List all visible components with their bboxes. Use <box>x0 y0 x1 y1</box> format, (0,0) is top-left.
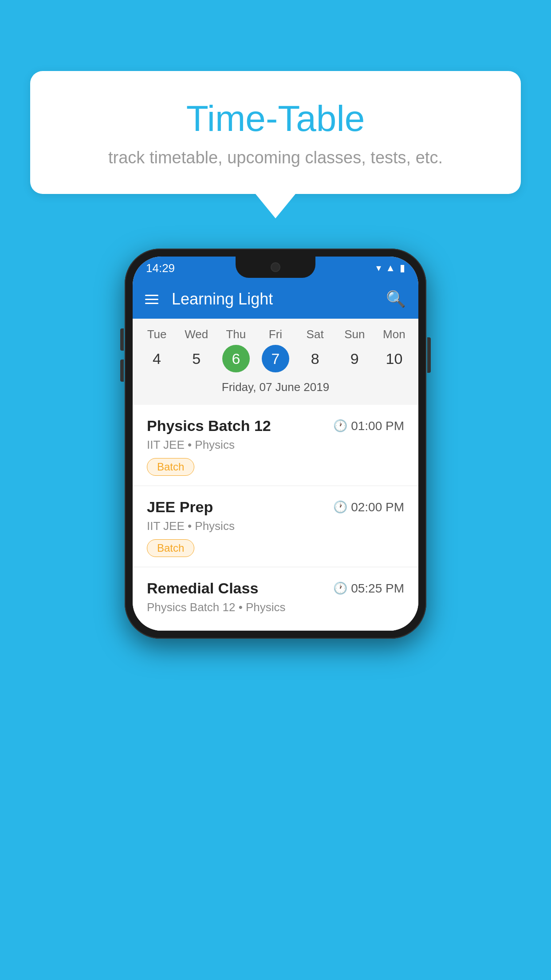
phone-screen: 14:29 ▾ ▲ ▮ Learning Light 🔍 <box>133 257 418 631</box>
menu-line-2 <box>145 299 158 300</box>
day-name: Sun <box>344 328 365 341</box>
schedule-subtitle: Physics Batch 12 • Physics <box>147 601 404 614</box>
schedule-time: 🕐05:25 PM <box>333 581 404 596</box>
schedule-item[interactable]: Physics Batch 12🕐01:00 PMIIT JEE • Physi… <box>133 405 418 486</box>
bubble-title: Time-Table <box>66 98 485 139</box>
bubble-pointer <box>256 194 295 218</box>
app-bar: Learning Light 🔍 <box>133 280 418 319</box>
schedule-title: Physics Batch 12 <box>147 417 271 435</box>
time-label: 05:25 PM <box>351 581 404 596</box>
calendar-day-wed[interactable]: Wed5 <box>179 328 214 372</box>
volume-up-button <box>120 328 124 351</box>
schedule-item-header: Remedial Class🕐05:25 PM <box>147 580 404 597</box>
bubble-subtitle: track timetable, upcoming classes, tests… <box>66 148 485 167</box>
time-label: 02:00 PM <box>351 500 404 514</box>
menu-line-1 <box>145 295 158 296</box>
schedule-time: 🕐02:00 PM <box>333 500 404 514</box>
day-number: 6 <box>222 345 250 372</box>
phone-notch <box>236 257 315 278</box>
signal-icon: ▲ <box>386 262 395 274</box>
phone-mockup: 14:29 ▾ ▲ ▮ Learning Light 🔍 <box>125 249 426 639</box>
day-name: Thu <box>226 328 246 341</box>
battery-icon: ▮ <box>400 262 405 274</box>
wifi-icon: ▾ <box>376 262 381 274</box>
calendar-strip: Tue4Wed5Thu6Fri7Sat8Sun9Mon10 Friday, 07… <box>133 319 418 405</box>
day-number: 9 <box>341 345 368 372</box>
schedule-item[interactable]: Remedial Class🕐05:25 PMPhysics Batch 12 … <box>133 567 418 631</box>
selected-date-label: Friday, 07 June 2019 <box>137 377 414 400</box>
schedule-item[interactable]: JEE Prep🕐02:00 PMIIT JEE • PhysicsBatch <box>133 486 418 567</box>
calendar-day-fri[interactable]: Fri7 <box>258 328 293 372</box>
schedule-item-header: Physics Batch 12🕐01:00 PM <box>147 417 404 435</box>
app-title: Learning Light <box>167 290 377 308</box>
status-icons: ▾ ▲ ▮ <box>376 262 405 274</box>
schedule-subtitle: IIT JEE • Physics <box>147 519 404 533</box>
day-name: Wed <box>185 328 208 341</box>
calendar-day-tue[interactable]: Tue4 <box>139 328 175 372</box>
batch-badge: Batch <box>147 539 194 557</box>
batch-badge: Batch <box>147 458 194 476</box>
clock-icon: 🕐 <box>333 581 347 595</box>
calendar-day-thu[interactable]: Thu6 <box>218 328 254 372</box>
front-camera <box>271 262 280 272</box>
clock-icon: 🕐 <box>333 419 347 433</box>
calendar-days-row: Tue4Wed5Thu6Fri7Sat8Sun9Mon10 <box>137 328 414 372</box>
day-name: Fri <box>269 328 282 341</box>
day-number: 4 <box>143 345 171 372</box>
schedule-title: JEE Prep <box>147 498 213 516</box>
speech-bubble-section: Time-Table track timetable, upcoming cla… <box>30 71 521 218</box>
day-number: 10 <box>380 345 408 372</box>
schedule-title: Remedial Class <box>147 580 258 597</box>
day-name: Sat <box>307 328 324 341</box>
calendar-day-mon[interactable]: Mon10 <box>376 328 412 372</box>
status-time: 14:29 <box>146 261 175 275</box>
menu-line-3 <box>145 303 158 304</box>
day-number: 5 <box>183 345 210 372</box>
schedule-time: 🕐01:00 PM <box>333 419 404 433</box>
day-name: Mon <box>383 328 405 341</box>
volume-down-button <box>120 360 124 382</box>
schedule-subtitle: IIT JEE • Physics <box>147 438 404 452</box>
search-button[interactable]: 🔍 <box>386 290 406 308</box>
calendar-day-sat[interactable]: Sat8 <box>297 328 333 372</box>
day-number: 8 <box>301 345 329 372</box>
menu-button[interactable] <box>145 295 158 304</box>
speech-bubble: Time-Table track timetable, upcoming cla… <box>30 71 521 194</box>
schedule-item-header: JEE Prep🕐02:00 PM <box>147 498 404 516</box>
calendar-day-sun[interactable]: Sun9 <box>337 328 372 372</box>
time-label: 01:00 PM <box>351 419 404 433</box>
phone-outer: 14:29 ▾ ▲ ▮ Learning Light 🔍 <box>125 249 426 639</box>
schedule-list: Physics Batch 12🕐01:00 PMIIT JEE • Physi… <box>133 405 418 631</box>
power-button <box>427 337 431 373</box>
clock-icon: 🕐 <box>333 500 347 514</box>
day-name: Tue <box>147 328 167 341</box>
day-number: 7 <box>262 345 289 372</box>
